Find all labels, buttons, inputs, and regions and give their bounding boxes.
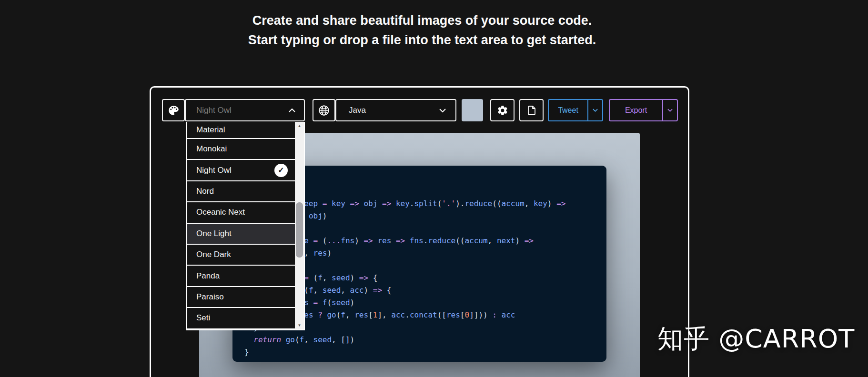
theme-menu-item-label: Monokai — [196, 144, 227, 154]
export-label: Export — [625, 106, 647, 115]
theme-menu-item-label: One Light — [196, 229, 232, 238]
theme-select[interactable]: Night Owl — [185, 99, 305, 121]
page-title: Create and share beautiful images of you… — [0, 11, 844, 50]
tweet-button[interactable]: Tweet — [549, 100, 587, 120]
tweet-dropdown-toggle[interactable] — [587, 100, 602, 120]
theme-menu-item[interactable]: Monokai — [187, 139, 295, 160]
theme-menu-item-label: Panda — [196, 271, 220, 281]
theme-menu-item-label: One Dark — [196, 250, 231, 259]
chevron-up-icon — [289, 108, 295, 112]
theme-menu-item[interactable]: Seti — [187, 308, 295, 329]
theme-menu-item-label: Seti — [196, 313, 210, 323]
globe-icon — [318, 104, 330, 117]
background-color-swatch[interactable] — [462, 99, 483, 121]
scrollbar-thumb[interactable] — [296, 202, 303, 258]
theme-menu-item-label: Nord — [196, 187, 214, 196]
theme-menu-item-label: Material — [196, 125, 225, 135]
theme-menu-item[interactable]: Material — [187, 122, 295, 139]
theme-menu-item[interactable]: One Dark — [187, 245, 295, 266]
code-line: return go(f, seed, []) — [244, 334, 606, 346]
theme-palette-button[interactable] — [162, 99, 185, 121]
chevron-down-icon — [439, 108, 446, 112]
language-select[interactable]: Java — [335, 99, 456, 121]
check-icon: ✓ — [274, 164, 288, 177]
scroll-down-icon[interactable]: ▼ — [295, 321, 304, 329]
tweet-label: Tweet — [558, 106, 578, 115]
tweet-button-group: Tweet — [548, 99, 603, 121]
copy-button[interactable] — [519, 99, 544, 121]
theme-menu-item-label: Night Owl — [196, 166, 232, 175]
watermark: 知乎 @CARROT — [657, 322, 855, 357]
theme-menu-item[interactable]: One Light — [187, 224, 295, 245]
theme-menu-item-label: Oceanic Next — [196, 208, 245, 217]
header-line-2: Start typing or drop a file into the tex… — [0, 30, 844, 50]
theme-menu: MaterialMonokaiNight Owl✓NordOceanic Nex… — [186, 122, 305, 330]
scrollbar-track[interactable]: ▲ ▼ — [295, 122, 304, 329]
export-button[interactable]: Export — [610, 100, 662, 120]
theme-menu-list: MaterialMonokaiNight Owl✓NordOceanic Nex… — [187, 122, 295, 329]
language-select-value: Java — [349, 106, 366, 115]
theme-menu-item[interactable]: Night Owl✓ — [187, 160, 295, 181]
chevron-down-icon — [667, 109, 673, 112]
chevron-down-icon — [593, 109, 598, 112]
code-line: } — [244, 346, 606, 358]
settings-button[interactable] — [490, 99, 515, 121]
export-button-group: Export — [609, 99, 678, 121]
theme-menu-item[interactable]: Oceanic Next — [187, 202, 295, 223]
export-dropdown-toggle[interactable] — [662, 100, 677, 120]
palette-icon — [167, 104, 180, 117]
language-globe-button[interactable] — [313, 99, 335, 121]
gear-icon — [497, 105, 508, 116]
theme-menu-item-label: Paraiso — [196, 292, 224, 302]
carbon-card: const getDeep = key => obj => key.split(… — [150, 86, 689, 377]
header-line-1: Create and share beautiful images of you… — [0, 11, 844, 30]
theme-menu-item[interactable]: Nord — [187, 181, 295, 202]
copy-file-icon — [526, 105, 537, 116]
theme-menu-item[interactable]: Paraiso — [187, 287, 295, 308]
page: Create and share beautiful images of you… — [0, 0, 868, 377]
theme-menu-item[interactable]: Panda — [187, 266, 295, 287]
scroll-up-icon[interactable]: ▲ — [295, 122, 304, 130]
theme-select-value: Night Owl — [196, 106, 232, 115]
